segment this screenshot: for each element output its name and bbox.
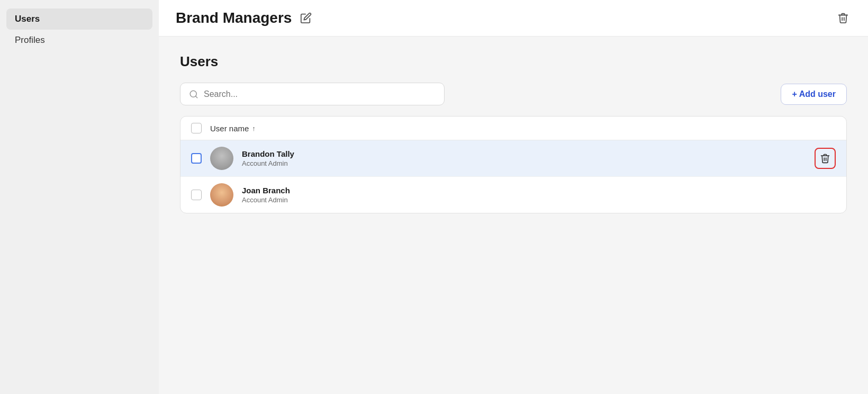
- search-icon: [189, 88, 198, 100]
- joan-branch-role: Account Admin: [242, 196, 836, 204]
- brandon-tally-checkbox[interactable]: [191, 153, 202, 164]
- header-left: Brand Managers: [176, 10, 314, 26]
- delete-group-button[interactable]: [835, 10, 851, 26]
- joan-branch-info: Joan Branch Account Admin: [242, 186, 836, 204]
- trash-row-icon: [820, 153, 830, 164]
- user-table: User name ↑ Brandon Tally Account Admin: [180, 116, 847, 213]
- users-section-title: Users: [180, 53, 847, 70]
- search-input[interactable]: [204, 89, 436, 99]
- sidebar-item-users[interactable]: Users: [6, 8, 152, 30]
- brandon-tally-role: Account Admin: [242, 159, 806, 167]
- edit-title-button[interactable]: [298, 10, 314, 26]
- username-column-header: User name ↑: [210, 124, 256, 133]
- delete-brandon-tally-button[interactable]: [815, 148, 836, 169]
- trash-icon: [837, 12, 849, 24]
- joan-branch-avatar: [210, 183, 233, 207]
- brandon-tally-info: Brandon Tally Account Admin: [242, 149, 806, 167]
- brandon-tally-name: Brandon Tally: [242, 149, 806, 158]
- select-all-checkbox[interactable]: [191, 123, 202, 133]
- table-header: User name ↑: [180, 117, 846, 140]
- table-row: Brandon Tally Account Admin: [180, 140, 846, 177]
- add-user-button[interactable]: + Add user: [781, 84, 847, 105]
- svg-line-1: [195, 96, 197, 98]
- pencil-icon: [300, 12, 312, 24]
- sidebar: Users Profiles: [0, 0, 159, 394]
- content-area: Users + Add user User name: [159, 37, 868, 394]
- search-box: [180, 83, 445, 105]
- search-add-row: + Add user: [180, 83, 847, 105]
- joan-branch-checkbox[interactable]: [191, 190, 202, 200]
- page-title: Brand Managers: [176, 10, 292, 26]
- main-content: Brand Managers Users: [159, 0, 868, 394]
- sort-arrow-icon: ↑: [252, 124, 256, 132]
- brandon-tally-avatar: [210, 147, 233, 170]
- sidebar-item-profiles[interactable]: Profiles: [6, 30, 152, 51]
- table-row: Joan Branch Account Admin: [180, 177, 846, 213]
- page-header: Brand Managers: [159, 0, 868, 37]
- joan-branch-name: Joan Branch: [242, 186, 836, 195]
